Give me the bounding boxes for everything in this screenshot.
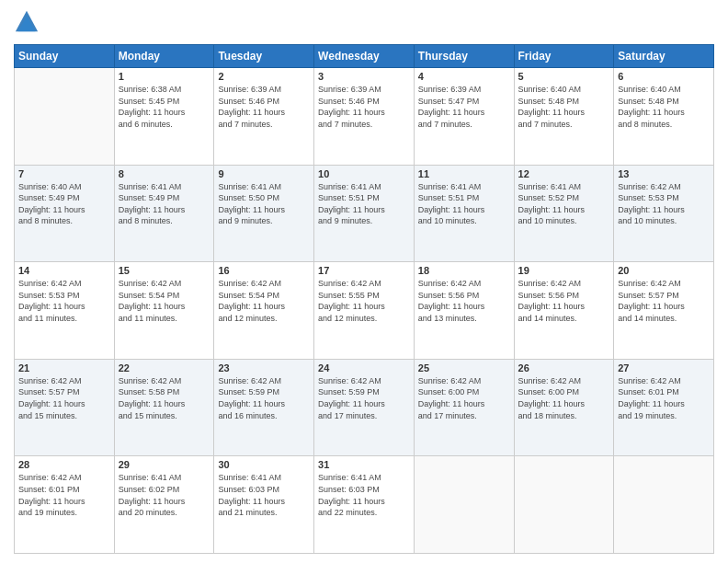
calendar-cell: 20Sunrise: 6:42 AM Sunset: 5:57 PM Dayli… [614,262,714,360]
day-number: 31 [318,459,410,470]
logo-icon [14,9,40,35]
day-info: Sunrise: 6:39 AM Sunset: 5:46 PM Dayligh… [318,84,410,130]
day-info: Sunrise: 6:42 AM Sunset: 5:58 PM Dayligh… [119,375,210,421]
calendar-cell: 11Sunrise: 6:41 AM Sunset: 5:51 PM Dayli… [414,165,514,262]
calendar-cell: 9Sunrise: 6:41 AM Sunset: 5:50 PM Daylig… [214,165,314,262]
calendar-cell: 17Sunrise: 6:42 AM Sunset: 5:55 PM Dayli… [314,262,415,360]
calendar-cell: 23Sunrise: 6:42 AM Sunset: 5:59 PM Dayli… [214,359,314,456]
day-number: 1 [119,71,210,82]
calendar-cell: 8Sunrise: 6:41 AM Sunset: 5:49 PM Daylig… [114,165,214,262]
weekday-header-row: Sunday Monday Tuesday Wednesday Thursday… [15,45,714,68]
day-info: Sunrise: 6:41 AM Sunset: 6:03 PM Dayligh… [318,472,410,518]
day-info: Sunrise: 6:42 AM Sunset: 5:59 PM Dayligh… [218,375,310,421]
calendar-cell: 31Sunrise: 6:41 AM Sunset: 6:03 PM Dayli… [314,456,415,554]
day-info: Sunrise: 6:42 AM Sunset: 6:00 PM Dayligh… [418,375,510,421]
day-info: Sunrise: 6:42 AM Sunset: 5:56 PM Dayligh… [418,278,510,324]
day-number: 16 [218,265,310,276]
day-number: 3 [318,71,410,82]
day-info: Sunrise: 6:42 AM Sunset: 5:54 PM Dayligh… [218,278,310,324]
day-number: 2 [218,71,310,82]
calendar-week-row: 28Sunrise: 6:42 AM Sunset: 6:01 PM Dayli… [15,456,714,554]
logo [14,9,41,37]
header-tuesday: Tuesday [214,45,314,68]
day-number: 5 [518,71,610,82]
calendar-cell: 14Sunrise: 6:42 AM Sunset: 5:53 PM Dayli… [15,262,115,360]
calendar-cell: 19Sunrise: 6:42 AM Sunset: 5:56 PM Dayli… [514,262,614,360]
calendar-cell: 28Sunrise: 6:42 AM Sunset: 6:01 PM Dayli… [15,456,115,554]
header-saturday: Saturday [614,45,714,68]
calendar-cell: 7Sunrise: 6:40 AM Sunset: 5:49 PM Daylig… [15,165,115,262]
day-number: 22 [119,362,210,373]
day-info: Sunrise: 6:42 AM Sunset: 5:56 PM Dayligh… [518,278,610,324]
day-number: 30 [218,459,310,470]
calendar-cell: 22Sunrise: 6:42 AM Sunset: 5:58 PM Dayli… [114,359,214,456]
day-number: 10 [318,168,410,179]
day-number: 7 [18,168,110,179]
day-info: Sunrise: 6:42 AM Sunset: 6:01 PM Dayligh… [618,375,710,421]
day-number: 23 [218,362,310,373]
calendar-cell: 10Sunrise: 6:41 AM Sunset: 5:51 PM Dayli… [314,165,415,262]
calendar-cell: 12Sunrise: 6:41 AM Sunset: 5:52 PM Dayli… [514,165,614,262]
header-wednesday: Wednesday [314,45,415,68]
day-info: Sunrise: 6:42 AM Sunset: 5:53 PM Dayligh… [18,278,110,324]
day-info: Sunrise: 6:39 AM Sunset: 5:46 PM Dayligh… [218,84,310,130]
day-number: 17 [318,265,410,276]
day-info: Sunrise: 6:41 AM Sunset: 5:51 PM Dayligh… [318,181,410,227]
header-thursday: Thursday [414,45,514,68]
calendar-cell: 13Sunrise: 6:42 AM Sunset: 5:53 PM Dayli… [614,165,714,262]
calendar-cell: 15Sunrise: 6:42 AM Sunset: 5:54 PM Dayli… [114,262,214,360]
calendar-cell: 3Sunrise: 6:39 AM Sunset: 5:46 PM Daylig… [314,68,415,166]
calendar-cell [514,456,614,554]
calendar-cell: 18Sunrise: 6:42 AM Sunset: 5:56 PM Dayli… [414,262,514,360]
day-number: 28 [18,459,110,470]
calendar-cell: 29Sunrise: 6:41 AM Sunset: 6:02 PM Dayli… [114,456,214,554]
day-info: Sunrise: 6:42 AM Sunset: 6:00 PM Dayligh… [518,375,610,421]
day-info: Sunrise: 6:40 AM Sunset: 5:49 PM Dayligh… [18,181,110,227]
calendar-cell: 16Sunrise: 6:42 AM Sunset: 5:54 PM Dayli… [214,262,314,360]
calendar-week-row: 7Sunrise: 6:40 AM Sunset: 5:49 PM Daylig… [15,165,714,262]
calendar-cell: 5Sunrise: 6:40 AM Sunset: 5:48 PM Daylig… [514,68,614,166]
page: Sunday Monday Tuesday Wednesday Thursday… [0,0,728,563]
calendar-cell: 27Sunrise: 6:42 AM Sunset: 6:01 PM Dayli… [614,359,714,456]
day-info: Sunrise: 6:40 AM Sunset: 5:48 PM Dayligh… [618,84,710,130]
day-number: 20 [618,265,710,276]
day-info: Sunrise: 6:42 AM Sunset: 5:54 PM Dayligh… [119,278,210,324]
day-info: Sunrise: 6:42 AM Sunset: 5:57 PM Dayligh… [618,278,710,324]
day-number: 11 [418,168,510,179]
calendar-cell [15,68,115,166]
calendar-cell: 1Sunrise: 6:38 AM Sunset: 5:45 PM Daylig… [114,68,214,166]
day-info: Sunrise: 6:42 AM Sunset: 5:53 PM Dayligh… [618,181,710,227]
day-number: 26 [518,362,610,373]
header-friday: Friday [514,45,614,68]
day-number: 29 [119,459,210,470]
day-info: Sunrise: 6:42 AM Sunset: 5:57 PM Dayligh… [18,375,110,421]
day-info: Sunrise: 6:38 AM Sunset: 5:45 PM Dayligh… [119,84,210,130]
calendar-cell: 25Sunrise: 6:42 AM Sunset: 6:00 PM Dayli… [414,359,514,456]
day-info: Sunrise: 6:40 AM Sunset: 5:48 PM Dayligh… [518,84,610,130]
day-info: Sunrise: 6:42 AM Sunset: 6:01 PM Dayligh… [18,472,110,518]
day-number: 6 [618,71,710,82]
day-info: Sunrise: 6:39 AM Sunset: 5:47 PM Dayligh… [418,84,510,130]
day-info: Sunrise: 6:41 AM Sunset: 5:52 PM Dayligh… [518,181,610,227]
calendar-week-row: 21Sunrise: 6:42 AM Sunset: 5:57 PM Dayli… [15,359,714,456]
day-number: 21 [18,362,110,373]
day-number: 4 [418,71,510,82]
day-info: Sunrise: 6:41 AM Sunset: 6:02 PM Dayligh… [119,472,210,518]
calendar-cell: 26Sunrise: 6:42 AM Sunset: 6:00 PM Dayli… [514,359,614,456]
header [14,9,714,37]
day-info: Sunrise: 6:41 AM Sunset: 6:03 PM Dayligh… [218,472,310,518]
day-info: Sunrise: 6:42 AM Sunset: 5:59 PM Dayligh… [318,375,410,421]
calendar-table: Sunday Monday Tuesday Wednesday Thursday… [14,44,714,554]
day-number: 19 [518,265,610,276]
day-info: Sunrise: 6:42 AM Sunset: 5:55 PM Dayligh… [318,278,410,324]
calendar-week-row: 1Sunrise: 6:38 AM Sunset: 5:45 PM Daylig… [15,68,714,166]
calendar-cell: 4Sunrise: 6:39 AM Sunset: 5:47 PM Daylig… [414,68,514,166]
calendar-cell: 2Sunrise: 6:39 AM Sunset: 5:46 PM Daylig… [214,68,314,166]
calendar-cell: 6Sunrise: 6:40 AM Sunset: 5:48 PM Daylig… [614,68,714,166]
calendar-cell [614,456,714,554]
day-number: 9 [218,168,310,179]
header-sunday: Sunday [15,45,115,68]
day-info: Sunrise: 6:41 AM Sunset: 5:51 PM Dayligh… [418,181,510,227]
day-number: 27 [618,362,710,373]
header-monday: Monday [114,45,214,68]
